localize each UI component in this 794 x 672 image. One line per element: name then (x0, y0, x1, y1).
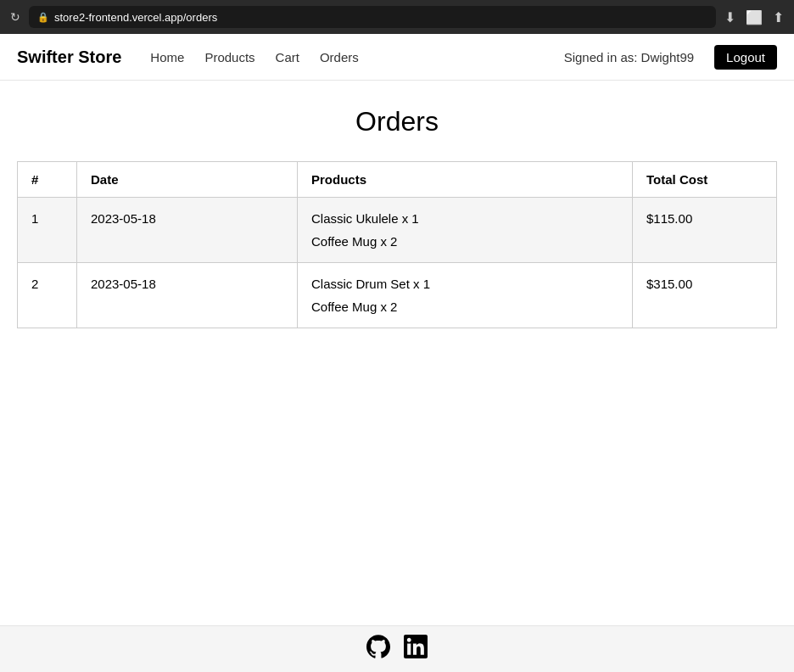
nav-orders[interactable]: Orders (320, 50, 359, 64)
nav-home[interactable]: Home (150, 50, 184, 64)
navbar: Swifter Store Home Products Cart Orders … (0, 34, 794, 81)
table-row: 22023-05-18Classic Drum Set x 1Coffee Mu… (18, 263, 777, 328)
table-header-row: # Date Products Total Cost (18, 162, 777, 198)
main-content: Orders # Date Products Total Cost 12023-… (0, 81, 794, 354)
order-number: 2 (18, 263, 77, 328)
col-header-number: # (18, 162, 77, 198)
browser-chrome: ↻ 🔒 store2-frontend.vercel.app/orders ⬇ … (0, 0, 794, 34)
table-row: 12023-05-18Classic Ukulele x 1Coffee Mug… (18, 198, 777, 263)
github-link[interactable] (366, 635, 390, 664)
col-header-products: Products (298, 162, 633, 198)
github-icon (366, 635, 390, 658)
product-line: Classic Ukulele x 1 (311, 211, 618, 226)
signed-in-label: Signed in as: Dwight99 (564, 50, 694, 64)
url-text: store2-frontend.vercel.app/orders (54, 11, 217, 24)
order-number: 1 (18, 198, 77, 263)
col-header-total: Total Cost (633, 162, 777, 198)
product-line: Classic Drum Set x 1 (311, 277, 618, 291)
product-line: Coffee Mug x 2 (311, 234, 618, 249)
refresh-icon[interactable]: ↻ (10, 10, 20, 24)
browser-actions: ⬇ ⬜ ⬆ (724, 9, 784, 25)
page-title: Orders (17, 106, 777, 137)
linkedin-icon (404, 635, 428, 658)
brand-link[interactable]: Swifter Store (17, 48, 121, 67)
lock-icon: 🔒 (37, 12, 49, 23)
linkedin-link[interactable] (404, 635, 428, 664)
tabs-icon[interactable]: ⬜ (746, 9, 763, 25)
col-header-date: Date (77, 162, 298, 198)
product-line: Coffee Mug x 2 (311, 300, 618, 314)
order-products: Classic Ukulele x 1Coffee Mug x 2 (298, 198, 633, 263)
order-total: $315.00 (633, 263, 777, 328)
nav-cart[interactable]: Cart (276, 50, 299, 64)
share-icon[interactable]: ⬆ (773, 9, 784, 25)
url-bar[interactable]: 🔒 store2-frontend.vercel.app/orders (29, 6, 716, 28)
orders-table: # Date Products Total Cost 12023-05-18Cl… (17, 161, 777, 328)
order-date: 2023-05-18 (77, 263, 298, 328)
order-products: Classic Drum Set x 1Coffee Mug x 2 (298, 263, 633, 328)
order-date: 2023-05-18 (77, 198, 298, 263)
nav-products[interactable]: Products (204, 50, 254, 64)
footer (0, 625, 794, 672)
download-icon[interactable]: ⬇ (724, 9, 735, 25)
logout-button[interactable]: Logout (714, 45, 777, 70)
order-total: $115.00 (633, 198, 777, 263)
